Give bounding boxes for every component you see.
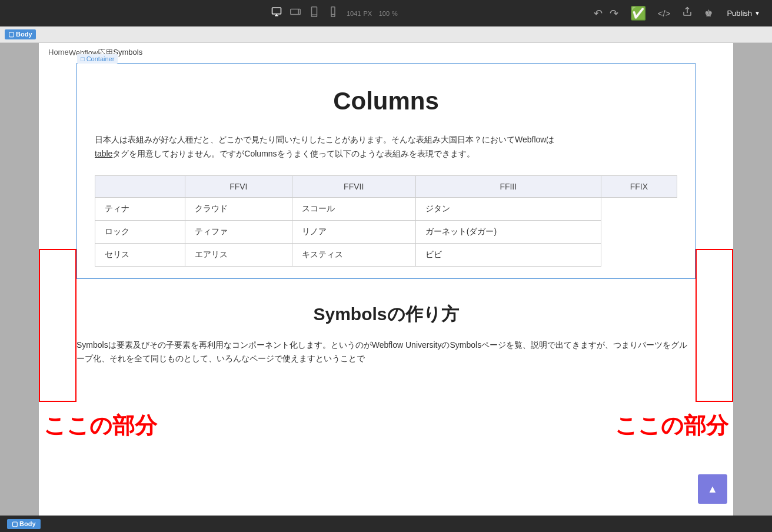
annotation-text-left: ここの部分 xyxy=(44,411,157,441)
undo-button[interactable]: ↶ xyxy=(591,5,605,22)
tablet-portrait-icon[interactable] xyxy=(309,6,320,20)
annotation-text-right: ここの部分 xyxy=(615,411,728,441)
table-header-ffiii: FFIII xyxy=(415,175,601,197)
table-header-empty xyxy=(95,175,185,197)
code-icon[interactable]: </> xyxy=(655,6,673,21)
table-row: セリス エアリス キスティス ビビ xyxy=(95,243,677,266)
container: □ Container Columns 日本人は表組みが好な人種だと、どこかで見… xyxy=(76,63,696,279)
dimension-display: 1041 PX 100 % xyxy=(347,9,398,18)
device-icon-group: 1041 PX 100 % xyxy=(82,6,587,20)
svg-rect-7 xyxy=(331,7,335,17)
share-icon[interactable] xyxy=(680,4,695,22)
table-header-ffix: FFIX xyxy=(601,175,677,197)
width-value: 1041 xyxy=(347,10,361,17)
px-unit: PX xyxy=(363,10,372,17)
table-cell: スコール xyxy=(292,197,415,220)
table-cell: ガーネット(ダガー) xyxy=(415,220,601,243)
percent-value: 100 xyxy=(379,10,390,17)
ff-table: FFVI FFVII FFIII FFIX ティナ クラウド スコール ジタン … xyxy=(95,175,677,267)
columns-heading: Columns xyxy=(95,87,677,115)
toolbar-right: ↶ ↷ ✅ </> ♚ Publish ▼ xyxy=(591,4,765,24)
body-tag: ▢ Body xyxy=(5,29,36,39)
body-paragraph: 日本人は表組みが好な人種だと、どこかで見たり聞いたりしたことがあります。そんな表… xyxy=(95,133,677,161)
canvas-area: Home Webflow応用 Symbols □ Container Colum… xyxy=(0,43,772,516)
user-icon[interactable]: ♚ xyxy=(702,5,715,21)
publish-chevron: ▼ xyxy=(754,10,760,16)
table-cell: ジタン xyxy=(415,197,601,220)
page-content: Home Webflow応用 Symbols □ Container Colum… xyxy=(39,43,733,516)
tablet-landscape-icon[interactable] xyxy=(290,6,301,20)
table-cell: キスティス xyxy=(292,243,415,266)
symbols-section: Symbolsの作り方 Symbolsは要素及びその子要素を再利用なコンポーネン… xyxy=(39,302,733,367)
toolbar: 1041 PX 100 % ↶ ↷ ✅ </> ♚ Publish ▼ xyxy=(0,0,772,26)
table-cell: エアリス xyxy=(185,243,292,266)
table-header-ffvi: FFVI xyxy=(185,175,292,197)
pct-unit: % xyxy=(392,10,398,17)
page-nav: Home Webflow応用 Symbols xyxy=(39,43,733,63)
body-label-bar: ▢ Body xyxy=(0,26,772,43)
table-cell: クラウド xyxy=(185,197,292,220)
redo-button[interactable]: ↷ xyxy=(607,5,621,22)
status-bar: ▢ Body xyxy=(0,516,772,532)
scroll-top-button[interactable] xyxy=(698,474,727,504)
desktop-icon[interactable] xyxy=(271,6,282,20)
table-cell: ティナ xyxy=(95,197,185,220)
table-header-ffvii: FFVII xyxy=(292,175,415,197)
table-cell: リノア xyxy=(292,220,415,243)
container-label: □ Container xyxy=(77,54,118,64)
undo-redo-group: ↶ ↷ xyxy=(591,5,621,22)
nav-home[interactable]: Home xyxy=(48,48,69,58)
table-row: ロック ティファ リノア ガーネット(ダガー) xyxy=(95,220,677,243)
status-body-tag: ▢ Body xyxy=(7,519,41,529)
publish-label: Publish xyxy=(727,9,752,18)
svg-rect-0 xyxy=(272,8,281,14)
table-cell: セリス xyxy=(95,243,185,266)
mobile-icon[interactable] xyxy=(328,6,338,20)
publish-button[interactable]: Publish ▼ xyxy=(722,6,765,20)
symbols-text: Symbolsは要素及びその子要素を再利用なコンポーネント化します。というのがW… xyxy=(76,338,696,367)
table-cell: ティファ xyxy=(185,220,292,243)
table-cell: ロック xyxy=(95,220,185,243)
check-icon: ✅ xyxy=(628,4,648,24)
table-highlight: table xyxy=(95,149,112,158)
table-cell: ビビ xyxy=(415,243,601,266)
symbols-heading: Symbolsの作り方 xyxy=(76,302,696,327)
table-row: ティナ クラウド スコール ジタン xyxy=(95,197,677,220)
